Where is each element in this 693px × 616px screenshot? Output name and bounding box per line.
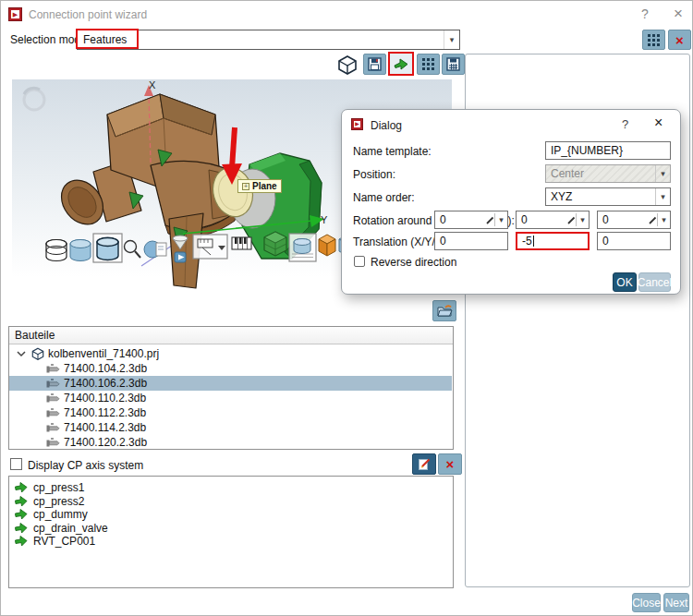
mesh-cube-icon[interactable] (264, 232, 286, 256)
orange-box-icon[interactable] (319, 235, 335, 256)
grid-dots-icon (422, 58, 434, 70)
measure-dropdown-icon[interactable] (193, 235, 227, 259)
rotation-z-input[interactable]: 0 ▾ (597, 211, 671, 229)
green-arrow-icon (393, 56, 409, 71)
close-button[interactable]: Close (632, 593, 661, 612)
open-folder-icon (437, 305, 453, 318)
window-title: Connection point wizard (29, 8, 147, 21)
reverse-direction-checkbox[interactable] (354, 256, 365, 267)
selection-mode-combo[interactable]: Features ▾ (77, 30, 460, 50)
rotation-z-value: 0 (598, 213, 649, 226)
point-grid-button[interactable] (417, 54, 440, 75)
pencil-icon[interactable] (649, 216, 657, 224)
green-arrow-icon (15, 536, 28, 547)
part-icon (46, 379, 60, 388)
cp-list-item[interactable]: cp_drain_valve (15, 522, 108, 535)
cp-list-item[interactable]: cp_press2 (15, 495, 84, 508)
grid-dots-icon (648, 34, 660, 46)
save-grid-button[interactable] (442, 54, 465, 75)
tree-item-row-selected[interactable]: 71400.106.2.3db (9, 376, 452, 391)
cylinder-grid-icon[interactable] (289, 234, 316, 261)
delete-cp-button[interactable]: × (438, 453, 462, 475)
window-close-button[interactable]: × (674, 5, 683, 23)
parts-tree-header[interactable]: Bauteile (9, 327, 453, 344)
watermark-icon (24, 88, 44, 110)
view-cube-button[interactable] (334, 53, 359, 76)
zoom-icon[interactable] (125, 241, 141, 259)
position-combo: Center ▾ (545, 164, 671, 183)
cp-item-label: cp_press1 (33, 481, 84, 494)
tree-item-row[interactable]: 71400.114.2.3db (9, 420, 452, 435)
tree-root-row[interactable]: kolbenventil_71400.prj (9, 346, 452, 361)
grid-select-button[interactable] (642, 30, 665, 50)
cancel-button[interactable]: Cancel (638, 272, 671, 292)
rotation-x-input[interactable]: 0 ▾ (434, 211, 508, 229)
scale-ruler-icon[interactable] (232, 237, 251, 249)
cp-item-label: cp_drain_valve (33, 522, 108, 535)
rotation-x-value: 0 (435, 213, 486, 226)
name-template-label: Name template: (353, 145, 432, 158)
translation-y-input[interactable]: -5 (516, 232, 590, 250)
text-caret (533, 236, 534, 247)
tree-item-row[interactable]: 71400.112.2.3db (9, 405, 452, 420)
name-order-combo[interactable]: XYZ ▾ (545, 187, 671, 206)
assembly-cube-icon (31, 347, 44, 360)
x-axis-label: X (149, 79, 155, 91)
cp-list-item[interactable]: cp_dummy (15, 508, 88, 521)
load-folder-button[interactable] (432, 300, 456, 321)
chevron-down-icon[interactable]: ▾ (577, 215, 589, 224)
viewport-toolbar (46, 232, 356, 262)
cylinder-shaded-icon[interactable] (70, 240, 91, 261)
chevron-expanded-icon[interactable] (17, 350, 26, 357)
plane-tooltip-text: Plane (252, 181, 277, 191)
translation-x-input[interactable]: 0 (434, 232, 508, 250)
tree-item-row[interactable]: 71400.104.2.3db (9, 361, 452, 376)
parts-tree-panel: Bauteile kolbenventil_71400.prj 71400.10… (8, 326, 454, 450)
cylinder-selected-icon[interactable] (93, 234, 122, 262)
next-button[interactable]: Next (663, 593, 689, 612)
green-arrow-icon (15, 482, 28, 493)
name-template-input[interactable]: IP_{NUMBER} (545, 141, 671, 160)
translation-y-value: -5 (522, 235, 532, 248)
edit-icon (418, 457, 432, 471)
chevron-down-icon: ▾ (655, 165, 670, 182)
display-cp-axis-checkbox[interactable] (10, 458, 22, 470)
part-icon (46, 438, 60, 447)
dialog-help-button[interactable]: ? (622, 117, 628, 131)
tree-item-row[interactable]: 71400.110.2.3db (9, 391, 452, 405)
connection-point-wizard-window: ▶ Connection point wizard ? × Selection … (0, 0, 693, 616)
chevron-down-icon[interactable]: ▾ (658, 215, 670, 224)
pencil-icon[interactable] (486, 216, 494, 224)
pencil-icon[interactable] (567, 216, 576, 224)
sphere-document-icon[interactable] (144, 241, 166, 258)
edit-cp-button[interactable] (412, 453, 436, 475)
ok-button[interactable]: OK (613, 272, 637, 292)
dialog-icon: ▶ (351, 118, 363, 130)
rotation-y-value: 0 (517, 213, 567, 226)
tree-item-label: 71400.112.2.3db (64, 406, 146, 419)
translation-z-input[interactable]: 0 (597, 232, 671, 250)
cp-list-item[interactable]: cp_press1 (15, 481, 84, 494)
chevron-down-icon[interactable]: ▾ (655, 188, 670, 205)
plus-box-icon: + (242, 183, 249, 190)
app-icon: ▶ (8, 7, 22, 21)
apply-direction-button[interactable] (388, 52, 414, 76)
tree-item-label: 71400.106.2.3db (64, 377, 147, 390)
dialog-close-button[interactable]: × (654, 115, 663, 131)
cp-list-item[interactable]: RVT_CP001 (15, 535, 95, 548)
green-arrow-icon (15, 509, 28, 520)
tree-item-row[interactable]: 71400.120.2.3db (9, 435, 452, 450)
green-arrow-icon (15, 523, 28, 534)
cp-item-label: cp_press2 (33, 495, 84, 508)
part-icon (46, 364, 60, 373)
chevron-down-icon[interactable]: ▾ (444, 30, 459, 49)
delete-selection-button[interactable]: × (668, 30, 691, 50)
red-x-icon: × (446, 457, 455, 471)
save-scene-button[interactable] (363, 54, 386, 75)
tree-item-label: 71400.114.2.3db (64, 421, 146, 434)
part-icon (46, 393, 60, 403)
rotation-y-input[interactable]: 0 ▾ (516, 211, 590, 229)
chevron-down-icon[interactable]: ▾ (495, 215, 507, 224)
window-help-button[interactable]: ? (641, 6, 649, 21)
cylinder-wireframe-icon[interactable] (46, 240, 67, 261)
